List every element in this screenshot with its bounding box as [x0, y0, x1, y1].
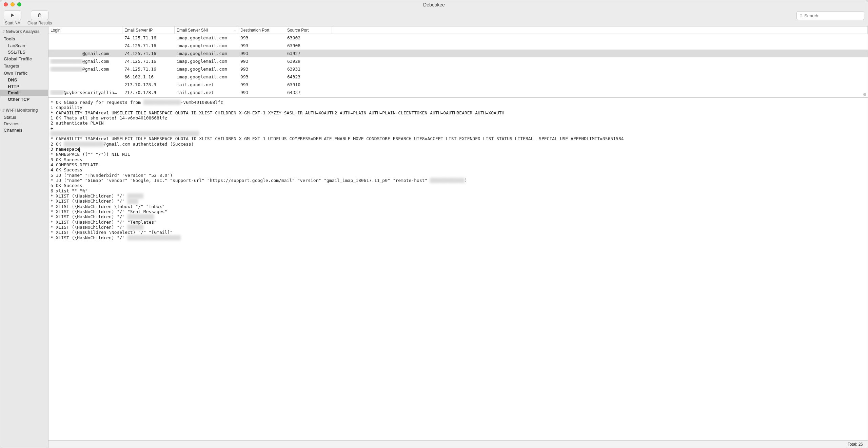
trash-icon [37, 13, 42, 18]
total-count: Total: 26 [848, 442, 863, 447]
cell-ip: 74.125.71.16 [122, 67, 175, 72]
window-title: Debookee [423, 2, 445, 7]
table-row[interactable]: ████████████@gmail.com74.125.71.16imap.g… [48, 57, 868, 65]
cell-sni: imap.googlemail.com [175, 74, 238, 79]
table-header: Login Email Server IP Email Server SNI〈 … [48, 26, 868, 34]
svg-rect-2 [38, 14, 41, 15]
window-controls [4, 2, 21, 6]
start-na-label: Start NA [5, 21, 20, 25]
cell-dport: 993 [238, 74, 285, 79]
cell-ip: 217.70.178.9 [122, 90, 175, 95]
sidebar-item-ssl-tls[interactable]: SSL/TLS [0, 49, 48, 55]
sidebar-group[interactable]: Own Traffic [0, 70, 48, 77]
sidebar-group[interactable]: Tools [0, 35, 48, 42]
cell-ip: 74.125.71.16 [122, 59, 175, 64]
table-row[interactable]: 217.70.178.9mail.gandi.net99363910 [48, 81, 868, 89]
col-email-server-sni[interactable]: Email Server SNI〈 [175, 26, 238, 34]
cell-dport: 993 [238, 59, 285, 64]
cell-sni: imap.googlemail.com [175, 59, 238, 64]
cell-sni: imap.googlemail.com [175, 51, 238, 56]
app-window: Debookee Start NA Clear Results # Networ… [0, 0, 868, 448]
sidebar-item-email[interactable]: Email [0, 90, 48, 96]
search-field[interactable] [796, 11, 864, 20]
sidebar-section-header: # Wi-Fi Monitoring [0, 107, 48, 114]
close-window-button[interactable] [4, 2, 8, 6]
cell-dport: 993 [238, 51, 285, 56]
cell-sport: 63910 [285, 82, 332, 87]
scroll-indicator [863, 93, 866, 96]
svg-marker-0 [11, 14, 14, 17]
connections-table: Login Email Server IP Email Server SNI〈 … [48, 26, 868, 98]
cell-sport: 63931 [285, 67, 332, 72]
sidebar-item-status[interactable]: Status [0, 114, 48, 120]
search-icon [800, 13, 803, 18]
sidebar-item-other-tcp[interactable]: Other TCP [0, 96, 48, 102]
cell-login: ████████████@gmail.com [48, 59, 122, 64]
sidebar-item-devices[interactable]: Devices [0, 120, 48, 127]
cell-sni: imap.googlemail.com [175, 35, 238, 40]
cell-sport: 63929 [285, 59, 332, 64]
cell-sport: 63902 [285, 35, 332, 40]
cell-sni: mail.gandi.net [175, 90, 238, 95]
cell-sport: 64337 [285, 90, 332, 95]
col-source-port[interactable]: Source Port [285, 26, 332, 34]
table-row[interactable]: 74.125.71.16imap.googlemail.com99363908 [48, 42, 868, 50]
cell-dport: 993 [238, 67, 285, 72]
cell-ip: 217.70.178.9 [122, 82, 175, 87]
play-icon [10, 13, 15, 18]
sidebar-section-header: # Network Analysis [0, 28, 48, 35]
cell-sni: imap.googlemail.com [175, 67, 238, 72]
cell-dport: 993 [238, 82, 285, 87]
col-destination-port[interactable]: Destination Port [238, 26, 285, 34]
col-login[interactable]: Login [48, 26, 122, 34]
cell-sni: mail.gandi.net [175, 82, 238, 87]
sidebar-group[interactable]: Targets [0, 62, 48, 70]
cell-dport: 993 [238, 35, 285, 40]
table-row[interactable]: 74.125.71.16imap.googlemail.com99363902 [48, 34, 868, 42]
cell-sport: 64323 [285, 74, 332, 79]
sidebar-item-dns[interactable]: DNS [0, 77, 48, 83]
sidebar-item-lanscan[interactable]: LanScan [0, 42, 48, 49]
main-panel: Login Email Server IP Email Server SNI〈 … [48, 26, 868, 448]
table-body[interactable]: 74.125.71.16imap.googlemail.com993639027… [48, 34, 868, 97]
svg-rect-3 [39, 13, 40, 14]
cell-ip: 66.102.1.16 [122, 74, 175, 79]
cell-sport: 63908 [285, 43, 332, 48]
zoom-window-button[interactable] [17, 2, 21, 6]
cell-sni: imap.googlemail.com [175, 43, 238, 48]
table-row[interactable]: 66.102.1.16imap.googlemail.com99364323 [48, 73, 868, 81]
clear-results-label: Clear Results [27, 21, 52, 25]
cell-ip: 74.125.71.16 [122, 51, 175, 56]
svg-rect-1 [39, 14, 41, 17]
minimize-window-button[interactable] [11, 2, 15, 6]
table-row[interactable]: █████@cybersecurityallia…217.70.178.9mai… [48, 89, 868, 96]
titlebar: Debookee [0, 0, 868, 9]
sidebar: # Network AnalysisToolsLanScanSSL/TLSGlo… [0, 26, 48, 448]
cell-sport: 63927 [285, 51, 332, 56]
cell-login: █████@cybersecurityallia… [48, 90, 122, 95]
svg-line-5 [802, 16, 803, 17]
status-bar: Total: 26 [48, 440, 868, 448]
sidebar-group[interactable]: Global Traffic [0, 55, 48, 62]
col-spacer [332, 26, 868, 34]
svg-point-4 [800, 15, 802, 17]
cell-ip: 74.125.71.16 [122, 35, 175, 40]
sidebar-item-http[interactable]: HTTP [0, 83, 48, 90]
sidebar-item-channels[interactable]: Channels [0, 127, 48, 133]
cell-dport: 993 [238, 43, 285, 48]
col-email-server-ip[interactable]: Email Server IP [122, 26, 175, 34]
cell-dport: 993 [238, 90, 285, 95]
protocol-log[interactable]: * OK Gimap ready for requests from ████ … [48, 98, 868, 440]
toolbar: Start NA Clear Results [0, 9, 868, 26]
cell-login: ████████████@gmail.com [48, 67, 122, 72]
table-row[interactable]: ████████████@gmail.com74.125.71.16imap.g… [48, 50, 868, 57]
table-row[interactable]: ████████████@gmail.com74.125.71.16imap.g… [48, 65, 868, 73]
cell-login: ████████████@gmail.com [48, 51, 122, 56]
clear-results-button[interactable] [31, 11, 48, 20]
search-input[interactable] [804, 13, 861, 18]
cell-ip: 74.125.71.16 [122, 43, 175, 48]
sort-asc-icon: 〈 [232, 29, 237, 32]
start-na-button[interactable] [4, 11, 21, 20]
